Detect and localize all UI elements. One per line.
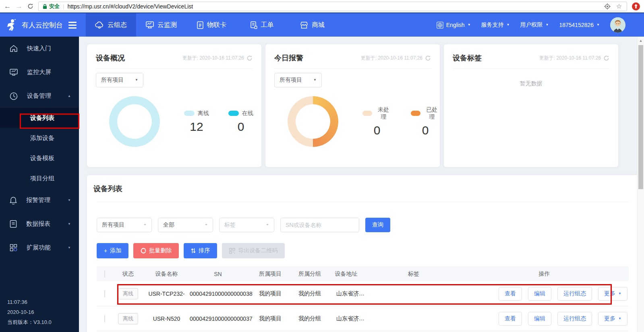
add-button[interactable]: + 添加 — [97, 243, 128, 258]
scrollbar-thumb[interactable] — [638, 45, 643, 189]
sidebar: 快速入门 监控大屏 设备管理 ▲ 设备列表 添加设备 设备模板 项目分组 — [0, 37, 79, 332]
caret-down-icon: ▼ — [68, 223, 71, 226]
filter-bar: 所有项目 ▼ 全部 ▼ 标签 ▼ 查询 — [97, 218, 629, 232]
tab-mall[interactable]: 商城 — [287, 13, 338, 37]
sidebar-item-monitor-screen[interactable]: 监控大屏 — [0, 60, 79, 84]
row-actions: 查看 编辑 运行组态 更多 ▼ — [460, 287, 629, 301]
target-icon[interactable] — [604, 3, 611, 10]
tab-cloud-monitor[interactable]: 云监测 — [136, 13, 186, 37]
support-menu[interactable]: 服务支持 ▼ — [481, 21, 510, 29]
project-filter-select[interactable]: 所有项目 ▼ — [96, 73, 143, 87]
run-scada-button[interactable]: 运行组态 — [557, 287, 592, 301]
address-bar[interactable]: 安全 | https://mp.usr.cn/#/cloudV2/device/… — [38, 2, 627, 11]
select-placeholder: 标签 — [224, 221, 236, 229]
refresh-icon[interactable] — [246, 55, 253, 61]
monitor-chart-icon — [146, 21, 154, 29]
sidebar-item-extensions[interactable]: 扩展功能 ▼ — [0, 236, 79, 260]
run-scada-button[interactable]: 运行组态 — [557, 312, 592, 326]
caret-down-icon: ▼ — [143, 223, 147, 227]
tab-label: 工单 — [261, 21, 274, 29]
sidebar-item-device-management[interactable]: 设备管理 ▲ — [0, 84, 79, 108]
sidebar-item-label: 设备模板 — [30, 155, 54, 162]
sidebar-item-device-list[interactable]: 设备列表 — [0, 108, 79, 128]
button-label: 排序 — [199, 247, 210, 254]
search-input[interactable] — [280, 218, 359, 232]
view-button[interactable]: 查看 — [499, 287, 522, 301]
header-group: 所属分组 — [294, 270, 325, 278]
sidebar-item-add-device[interactable]: 添加设备 — [0, 128, 79, 148]
project-filter-select[interactable]: 所有项目 ▼ — [97, 218, 152, 232]
browser-forward-button[interactable]: → — [16, 3, 23, 10]
button-label: 批量删除 — [149, 247, 172, 254]
device-table: 状态 设备名称 SN 所属项目 所属分组 设备地址 标签 操作 离线 USR-T… — [97, 266, 629, 331]
store-icon — [300, 21, 308, 29]
header-project: 所属项目 — [246, 270, 294, 278]
refresh-icon[interactable] — [603, 55, 609, 61]
hamburger-menu-icon[interactable] — [68, 22, 77, 29]
lock-icon — [43, 4, 47, 9]
edit-button[interactable]: 编辑 — [528, 287, 551, 301]
url-text: https://mp.usr.cn/#/cloudV2/device/ViewD… — [67, 3, 601, 10]
card-title: 设备概况 — [96, 53, 125, 63]
search-button[interactable]: 查询 — [365, 218, 390, 232]
button-label: 导出设备二维码 — [238, 247, 277, 254]
device-address: 山东省济… — [325, 290, 367, 297]
summary-cards: 设备概况 更新于: 2020-10-16 11:07:26 所有项目 ▼ — [87, 44, 638, 167]
select-all-checkbox[interactable] — [104, 270, 105, 278]
device-status-chart: 离线 12 在线 0 — [87, 96, 261, 147]
scroll-up-arrow[interactable]: ▲ — [638, 37, 644, 43]
browser-refresh-button[interactable] — [27, 3, 33, 9]
card-title: 今日报警 — [274, 53, 303, 63]
user-avatar[interactable] — [610, 17, 625, 33]
status-filter-select[interactable]: 全部 ▼ — [158, 218, 213, 232]
sidebar-item-project-group[interactable]: 项目分组 — [0, 168, 79, 188]
sidebar-item-quick-start[interactable]: 快速入门 — [0, 37, 79, 60]
today-alarm-card: 今日报警 更新于: 2020-10-16 11:07:26 所有项目 ▼ — [265, 44, 440, 167]
sidebar-item-alarm-management[interactable]: 报警管理 ▼ — [0, 188, 79, 212]
section-title: 设备列表 — [93, 184, 629, 194]
app-body: 快速入门 监控大屏 设备管理 ▲ 设备列表 添加设备 设备模板 项目分组 — [0, 37, 644, 332]
browser-back-button[interactable]: ← — [4, 3, 11, 10]
sidebar-item-data-report[interactable]: 数据报表 ▼ — [0, 212, 79, 236]
batch-delete-button[interactable]: 批量删除 — [133, 243, 179, 258]
refresh-icon[interactable] — [425, 55, 431, 61]
legend-offline: 离线 12 — [184, 110, 209, 134]
permissions-menu[interactable]: 用户权限 ▼ — [520, 21, 549, 29]
export-qr-button[interactable]: 导出设备二维码 — [222, 243, 285, 258]
sidebar-item-label: 添加设备 — [30, 134, 54, 142]
device-tags-card: 设备标签 更新于: 2020-10-16 11:07:26 暂无数据 — [444, 44, 618, 167]
device-list-section: 设备列表 所有项目 ▼ 全部 ▼ 标签 ▼ — [87, 175, 638, 332]
language-menu[interactable]: English ▼ — [437, 22, 471, 29]
device-overview-card: 设备概况 更新于: 2020-10-16 11:07:26 所有项目 ▼ — [87, 44, 261, 167]
updated-text: 更新于: 2020-10-16 11:07:26 — [361, 55, 422, 62]
sidebar-item-device-template[interactable]: 设备模板 — [0, 148, 79, 168]
row-checkbox[interactable] — [104, 315, 105, 322]
more-button[interactable]: 更多 ▼ — [598, 287, 627, 301]
globe-icon — [437, 22, 443, 29]
edit-button[interactable]: 编辑 — [528, 312, 551, 326]
sort-button[interactable]: 排序 — [184, 243, 217, 258]
apps-grid-icon — [10, 244, 17, 252]
bookmark-star-icon[interactable]: ☆ — [616, 2, 622, 10]
legend-online: 在线 0 — [228, 110, 253, 134]
permissions-label: 用户权限 — [520, 21, 543, 29]
view-button[interactable]: 查看 — [499, 312, 522, 326]
tab-label: 云监测 — [157, 21, 177, 29]
button-label: 更多 — [604, 290, 615, 297]
select-value: 所有项目 — [101, 76, 124, 84]
tab-cloud-scada[interactable]: 云组态 — [86, 13, 136, 37]
tag-filter-select[interactable]: 标签 ▼ — [219, 218, 274, 232]
project-filter-select[interactable]: 所有项目 ▼ — [274, 73, 322, 87]
tab-iot-card[interactable]: 物联卡 — [186, 13, 237, 37]
header-actions: 操作 — [460, 270, 629, 278]
vertical-scrollbar[interactable]: ▲ — [637, 37, 644, 332]
button-label: 更多 — [604, 315, 615, 322]
status-badge: 离线 — [118, 288, 138, 299]
select-value: 所有项目 — [102, 221, 124, 229]
tab-work-order[interactable]: 工单 — [237, 13, 287, 37]
extension-badge[interactable] — [632, 2, 640, 10]
big-screen-icon — [10, 69, 18, 76]
more-button[interactable]: 更多 ▼ — [598, 312, 627, 326]
row-checkbox[interactable] — [104, 290, 105, 297]
account-menu[interactable]: 18754152826 ▼ — [559, 22, 600, 28]
